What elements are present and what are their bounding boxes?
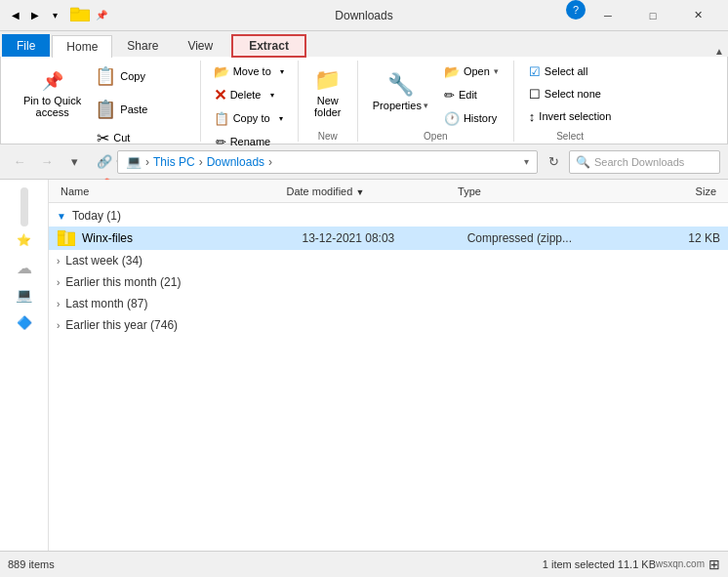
- group-last-week[interactable]: › Last week (34): [49, 250, 728, 271]
- select-all-button[interactable]: Select all: [522, 61, 618, 82]
- pin-icon[interactable]: 📌: [94, 8, 109, 23]
- refresh-button[interactable]: ↻: [542, 150, 565, 174]
- nav-onedrive[interactable]: ☁: [10, 256, 39, 279]
- select-buttons: Select all Select none Invert selection: [522, 61, 618, 127]
- path-segment-downloads[interactable]: Downloads: [207, 155, 264, 169]
- open-dropdown-icon[interactable]: ▾: [494, 66, 499, 76]
- copy-to-icon: [214, 111, 229, 126]
- tab-home[interactable]: Home: [52, 35, 112, 58]
- forward-small-icon[interactable]: ▶: [27, 8, 43, 23]
- main-area: ⭐ ☁ 💻 🔷 Name Date modified ▼ Type Size ▼…: [0, 180, 728, 551]
- recent-locations-button[interactable]: ▾: [62, 150, 86, 174]
- up-button[interactable]: ↑: [90, 150, 113, 174]
- cut-button[interactable]: Cut: [90, 127, 191, 148]
- forward-button[interactable]: →: [35, 150, 59, 174]
- close-button[interactable]: ✕: [675, 0, 720, 31]
- nav-pane: ⭐ ☁ 💻 🔷: [0, 180, 49, 551]
- new-group-content: Newfolder: [306, 61, 349, 129]
- group-last-week-chevron: ›: [57, 256, 60, 267]
- brand-label: wsxqn.com: [656, 558, 705, 569]
- window-title: Downloads: [335, 9, 392, 22]
- svg-rect-1: [70, 8, 79, 13]
- status-right: wsxqn.com ⊞: [656, 556, 720, 572]
- tab-view[interactable]: View: [173, 34, 227, 57]
- nav-this-pc[interactable]: 💻: [10, 283, 39, 307]
- back-small-icon[interactable]: ◀: [8, 8, 23, 23]
- search-icon: 🔍: [576, 155, 590, 169]
- view-toggle-icon[interactable]: ⊞: [708, 556, 720, 572]
- nav-scrollbar[interactable]: [20, 187, 28, 227]
- back-button[interactable]: ←: [8, 150, 31, 174]
- file-size: 12 KB: [632, 231, 720, 245]
- copy-to-button[interactable]: Copy to: [209, 107, 275, 129]
- search-placeholder: Search Downloads: [594, 156, 713, 168]
- group-earlier-month[interactable]: › Earlier this month (21): [49, 271, 728, 293]
- status-item-count: 889 items: [8, 558, 543, 570]
- edit-icon: ✏: [444, 88, 455, 103]
- tab-share[interactable]: Share: [112, 34, 173, 57]
- maximize-button[interactable]: □: [630, 0, 675, 31]
- col-header-type[interactable]: Type: [454, 185, 626, 197]
- file-list-header: Name Date modified ▼ Type Size: [49, 180, 728, 203]
- ribbon-body: Pin to Quickaccess Copy Paste Cut Copy: [0, 57, 728, 144]
- group-last-month[interactable]: › Last month (87): [49, 293, 728, 314]
- paste-button[interactable]: Paste: [90, 94, 191, 125]
- group-earlier-month-label: Earlier this month (21): [65, 275, 181, 289]
- address-dropdown-icon[interactable]: ▾: [524, 156, 529, 167]
- col-header-date[interactable]: Date modified ▼: [282, 185, 454, 197]
- group-today-label: Today (1): [72, 209, 121, 223]
- col-header-name[interactable]: Name: [57, 185, 282, 197]
- open-button[interactable]: 📂 Open ▾: [437, 61, 506, 82]
- group-today[interactable]: ▼ Today (1): [49, 205, 728, 227]
- properties-dropdown-icon[interactable]: ▾: [424, 101, 428, 110]
- group-earlier-year[interactable]: › Earlier this year (746): [49, 314, 728, 336]
- ribbon-collapse-icon[interactable]: ▲: [710, 46, 728, 57]
- select-none-button[interactable]: Select none: [522, 83, 618, 104]
- edit-button[interactable]: ✏ Edit: [437, 84, 506, 105]
- window-controls: ? ─ □ ✕: [566, 0, 720, 31]
- select-group: Select all Select none Invert selection …: [514, 61, 626, 142]
- minimize-button[interactable]: ─: [586, 0, 630, 31]
- history-button[interactable]: 🕐 History: [437, 107, 506, 129]
- file-type: Compressed (zipp...: [467, 231, 632, 245]
- new-folder-button[interactable]: Newfolder: [306, 61, 349, 125]
- move-to-dropdown[interactable]: ▾: [276, 61, 290, 82]
- file-list-content: ▼ Today (1) Winx-files 13-12-2021 08:03 …: [49, 203, 728, 551]
- file-date: 13-12-2021 08:03: [303, 231, 467, 245]
- clipboard-group-content: Pin to Quickaccess Copy Paste Cut Copy: [17, 61, 192, 195]
- new-label: New: [306, 129, 349, 142]
- delete-icon: ✕: [214, 86, 226, 104]
- rename-button[interactable]: Rename: [209, 131, 278, 152]
- copy-button[interactable]: Copy: [90, 61, 191, 92]
- properties-icon: 🔧: [387, 74, 414, 96]
- organize-group-content: Move to ▾ ✕ Delete ▾ Copy to ▾: [209, 61, 290, 152]
- copy-icon: [95, 67, 116, 85]
- properties-button[interactable]: 🔧 Properties ▾: [366, 61, 435, 125]
- open-sub-buttons: 📂 Open ▾ ✏ Edit 🕐 History: [437, 61, 506, 129]
- zip-file-icon: [57, 230, 76, 246]
- open-group: 🔧 Properties ▾ 📂 Open ▾ ✏ Edit 🕐: [358, 61, 514, 142]
- history-icon: 🕐: [444, 111, 460, 126]
- path-segment-this-pc[interactable]: This PC: [153, 155, 195, 169]
- invert-selection-icon: [529, 109, 536, 124]
- new-folder-icon: [314, 67, 341, 91]
- help-button[interactable]: ?: [566, 0, 586, 20]
- status-bar: 889 items 1 item selected 11.1 KB wsxqn.…: [0, 551, 728, 576]
- search-box[interactable]: 🔍 Search Downloads: [569, 150, 720, 174]
- file-row-winx[interactable]: Winx-files 13-12-2021 08:03 Compressed (…: [49, 227, 728, 250]
- organize-group: Move to ▾ ✕ Delete ▾ Copy to ▾: [201, 61, 299, 142]
- address-path[interactable]: 💻 › This PC › Downloads › ▾: [117, 150, 538, 174]
- delete-dropdown[interactable]: ▾: [265, 84, 279, 105]
- nav-quick-access[interactable]: ⭐: [10, 228, 39, 252]
- move-to-button[interactable]: Move to: [209, 61, 276, 82]
- dropdown-small-icon[interactable]: ▾: [47, 8, 62, 23]
- col-header-size[interactable]: Size: [626, 185, 720, 197]
- tab-file[interactable]: File: [2, 34, 50, 57]
- pin-to-quick-access-button[interactable]: Pin to Quickaccess: [17, 61, 88, 125]
- rename-icon: [216, 135, 226, 149]
- delete-button[interactable]: ✕ Delete: [209, 84, 266, 105]
- copy-to-dropdown[interactable]: ▾: [275, 107, 289, 129]
- tab-extract[interactable]: Extract: [231, 34, 306, 58]
- nav-drive[interactable]: 🔷: [10, 310, 39, 334]
- invert-selection-button[interactable]: Invert selection: [522, 105, 618, 127]
